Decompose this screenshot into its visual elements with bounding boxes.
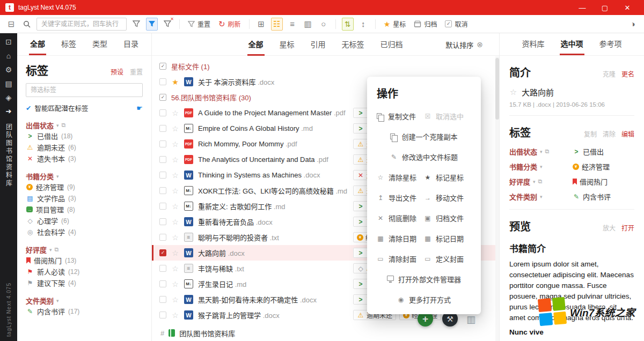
search-button[interactable] <box>21 18 33 31</box>
file-star-icon[interactable]: ☆ <box>509 87 517 97</box>
menu-item[interactable]: ◉更多打开方式 <box>397 294 451 305</box>
menu-item[interactable]: ▣归档文件 <box>424 213 471 223</box>
star-outline-icon[interactable]: ☆ <box>171 218 179 226</box>
tag-item[interactable]: ▤文学作品(3) <box>26 192 143 204</box>
tag-item[interactable]: ‥项目管理(8) <box>26 204 143 215</box>
tag-panel-tab[interactable]: 目录 <box>122 33 140 55</box>
menu-item[interactable]: ▦清除日期 <box>377 233 424 243</box>
file-checkbox[interactable] <box>159 140 166 147</box>
view-grid-button[interactable]: ⊞ <box>255 18 267 31</box>
file-checkbox[interactable] <box>159 78 166 85</box>
detail-panel-tab[interactable]: 资料库 <box>521 33 546 55</box>
star-outline-icon[interactable]: ☆ <box>171 233 179 242</box>
tag-panel-tab[interactable]: 标签 <box>60 33 77 55</box>
file-checkbox[interactable] <box>159 172 166 179</box>
file-checkbox[interactable] <box>159 312 166 318</box>
detail-panel-tab[interactable]: 选中项 <box>560 33 584 55</box>
tag-item[interactable]: ✎内含书评(17) <box>26 306 143 317</box>
edit-tags-link[interactable]: 编辑 <box>621 129 634 138</box>
sort-control[interactable]: 默认排序 ⊗ <box>445 33 483 56</box>
star-outline-icon[interactable]: ☆ <box>171 249 179 257</box>
view-card-button[interactable]: ▥ <box>302 18 314 31</box>
star-outline-icon[interactable]: ☆ <box>171 109 179 117</box>
file-panel-tab[interactable]: 全部 <box>247 33 265 56</box>
sort-desc-button[interactable]: ↕ <box>357 18 369 31</box>
detail-tag-value[interactable]: ¥经济管理 <box>573 161 634 172</box>
menu-item[interactable]: ✎修改选中文件标题 <box>390 152 458 162</box>
menu-item[interactable]: 打开外部文件管理器 <box>387 274 461 284</box>
file-checkbox[interactable] <box>159 125 166 132</box>
menu-item[interactable]: →移动文件 <box>424 192 471 203</box>
file-group-header[interactable]: ✓星标文件 (1) <box>152 58 499 74</box>
tag-item[interactable]: ⚑新人必读(12) <box>26 266 143 277</box>
panel-toggle-button[interactable]: ⊟ <box>5 18 17 31</box>
tag-item[interactable]: ✕遗失书本(3) <box>26 153 143 164</box>
menu-item[interactable]: ✕彻底删除 <box>377 213 424 223</box>
file-checkbox[interactable] <box>159 296 166 303</box>
tag-filter-input[interactable] <box>26 83 143 97</box>
file-list-scrollbar[interactable] <box>495 56 499 341</box>
menu-item[interactable]: ▦标记日期 <box>424 233 471 243</box>
search-input[interactable] <box>36 18 127 31</box>
refresh-button[interactable]: ↻ 刷新 <box>216 18 243 31</box>
file-checkbox[interactable] <box>159 234 166 241</box>
panel-shortcut-icon[interactable]: ▥ <box>466 314 475 325</box>
open-link[interactable]: 打开 <box>621 223 634 232</box>
file-panel-tab[interactable]: 星标 <box>279 33 296 56</box>
group-checkbox[interactable]: ✓ <box>159 94 166 101</box>
tag-icon[interactable]: ◈ <box>6 94 12 101</box>
file-panel-tab[interactable]: 无标签 <box>341 33 365 56</box>
reset-filter-button[interactable]: 重置 <box>186 18 213 31</box>
detail-tag-group[interactable]: 书籍分类▾ <box>509 161 573 172</box>
file-panel-tab[interactable]: 引用 <box>310 33 327 56</box>
menu-item[interactable]: ▭清除封面 <box>377 254 424 264</box>
maximize-button[interactable]: ▢ <box>594 0 616 15</box>
star-outline-icon[interactable]: ☆ <box>171 295 179 304</box>
tag-item[interactable]: ⚠逾期未还(6) <box>26 142 143 153</box>
menu-item[interactable]: ★标记星标 <box>424 172 471 182</box>
clone-link[interactable]: 克隆 <box>603 69 616 78</box>
view-circle-button[interactable]: ○ <box>318 18 330 31</box>
tag-group-header[interactable]: 出借状态▾⧉ <box>26 120 143 130</box>
tag-item[interactable]: >已借出(18) <box>26 130 143 142</box>
detail-tag-value[interactable]: ✎内含书评 <box>573 191 634 202</box>
close-button[interactable]: ✕ <box>616 0 639 15</box>
reset-tags-link[interactable]: 重置 <box>130 67 143 76</box>
detail-tag-value[interactable]: 借阅热门 <box>573 176 634 187</box>
tag-item[interactable]: 借阅热门(13) <box>26 255 143 266</box>
star-outline-icon[interactable]: ☆ <box>171 171 179 180</box>
star-outline-icon[interactable]: ☆ <box>171 264 179 273</box>
menu-item[interactable]: ↥导出文件 <box>377 192 424 203</box>
menu-item[interactable]: 复制文件 <box>377 111 424 121</box>
sort-asc-button[interactable]: ⇅ <box>342 18 354 31</box>
menu-item[interactable]: ▭定义封面 <box>424 254 471 264</box>
tag-group-header[interactable]: 书籍分类▾ <box>26 171 143 181</box>
zoom-link[interactable]: 放大 <box>603 223 616 232</box>
detail-tag-group[interactable]: 出借状态▾⧉ <box>509 146 573 157</box>
tag-item[interactable]: ¥经济管理(9) <box>26 181 143 192</box>
detail-tag-group[interactable]: 好评度▾⧉ <box>509 176 573 187</box>
star-outline-icon[interactable]: ☆ <box>171 187 179 195</box>
preset-link[interactable]: 预设 <box>111 67 123 76</box>
tag-group-header[interactable]: 文件类别▾ <box>26 295 143 306</box>
detail-panel-tab[interactable]: 参考项 <box>598 33 623 55</box>
copy-tags-link[interactable]: 复制 <box>584 129 597 138</box>
filter-clear-button[interactable]: ✕ <box>162 18 173 31</box>
star-filled-icon[interactable]: ★ <box>171 78 179 86</box>
settings-gear-icon[interactable]: ⚙ <box>5 66 12 73</box>
file-checkbox[interactable] <box>159 265 166 272</box>
clear-tags-link[interactable]: 清除 <box>603 129 616 138</box>
home-icon[interactable]: ⌂ <box>6 52 11 60</box>
file-checkbox[interactable] <box>159 280 166 287</box>
file-checkbox[interactable] <box>159 218 166 225</box>
file-panel-tab[interactable]: 已归档 <box>379 33 404 56</box>
filter-active-button[interactable] <box>146 18 158 31</box>
archive-files-button[interactable]: 归档 <box>412 18 439 31</box>
minimize-button[interactable]: — <box>571 0 594 15</box>
expand-arrow-icon[interactable]: ➔ <box>6 108 12 115</box>
group-checkbox[interactable]: ✓ <box>159 63 166 70</box>
star-outline-icon[interactable]: ☆ <box>171 155 179 164</box>
menu-item[interactable]: 创建一个克隆副本 <box>390 131 457 142</box>
smart-match-toggle[interactable]: ✔ 智能匹配潜在标签 ☛ <box>26 103 143 113</box>
file-checkbox[interactable] <box>159 187 166 194</box>
